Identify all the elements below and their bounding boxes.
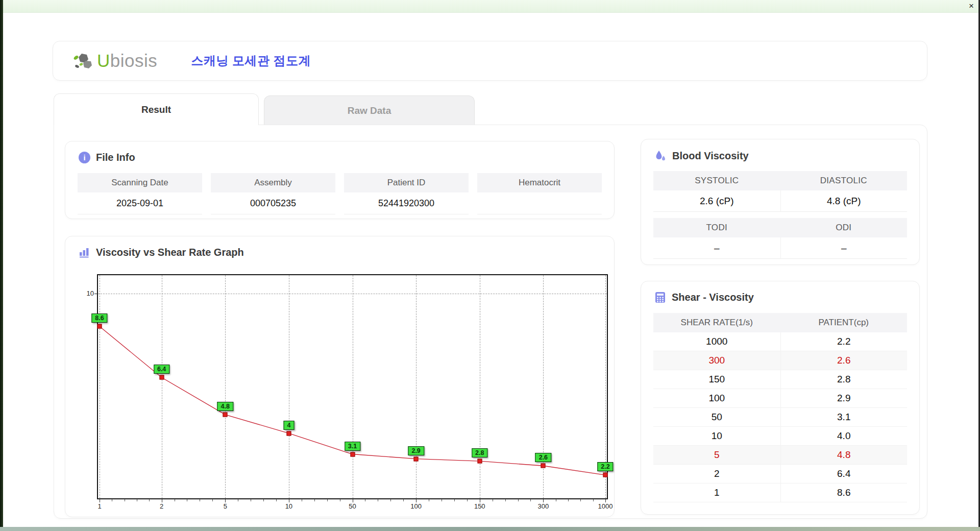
patient-cell: 2.8 — [780, 370, 908, 389]
shear-rate-cell: 1 — [653, 484, 780, 502]
x-minor-tick — [263, 499, 264, 501]
shear-viscosity-title: Shear - Viscosity — [672, 292, 754, 303]
app-window: × Ubiosis 스캐닝 모세관 점도계 Result Raw Data i … — [0, 0, 980, 531]
patient-column-header: PATIENT(cp) — [780, 313, 908, 332]
shear-rate-cell: 50 — [653, 408, 780, 426]
table-row: 54.8 — [653, 446, 907, 465]
x-tick-label: 300 — [538, 502, 549, 510]
close-icon[interactable]: × — [969, 1, 974, 12]
x-tick-label: 100 — [410, 502, 422, 510]
x-minor-tick — [314, 499, 315, 501]
todi-value: – — [653, 237, 780, 259]
table-row: 104.0 — [653, 427, 907, 446]
x-minor-tick — [580, 499, 581, 501]
x-minor-tick — [137, 499, 137, 501]
file-info-grid: Scanning Date 2025-09-01 Assembly 000705… — [78, 173, 602, 214]
x-minor-tick — [378, 499, 378, 501]
blood-viscosity-card: Blood Viscosity SYSTOLIC DIASTOLIC 2.6 (… — [641, 139, 920, 265]
x-minor-tick — [112, 499, 112, 501]
data-point-label: 4 — [283, 421, 294, 430]
odi-header: ODI — [780, 218, 908, 237]
data-point-marker — [159, 375, 164, 380]
ubiosis-logo-icon — [72, 51, 95, 71]
x-tick-label: 2 — [160, 502, 163, 510]
systolic-header: SYSTOLIC — [653, 171, 780, 190]
x-minor-tick — [530, 499, 531, 501]
x-tick-label: 5 — [224, 502, 227, 510]
shear-rate-cell: 150 — [653, 370, 780, 389]
droplets-icon — [654, 150, 667, 162]
file-info-title: File Info — [96, 152, 135, 163]
data-point-label: 8.6 — [91, 313, 107, 323]
x-minor-tick — [149, 499, 150, 501]
x-minor-tick — [187, 499, 187, 501]
data-point-marker — [541, 464, 546, 468]
bar-chart-icon — [79, 247, 90, 258]
data-point-label: 2.2 — [597, 462, 613, 471]
patient-cell: 4.0 — [780, 427, 908, 445]
x-minor-tick — [238, 499, 238, 501]
shear-rate-cell: 300 — [653, 351, 780, 370]
table-row: 3002.6 — [653, 351, 907, 370]
file-info-field-label: Scanning Date — [78, 173, 202, 192]
shear-viscosity-card: Shear - Viscosity SHEAR RATE(1/s) PATIEN… — [641, 281, 920, 515]
file-info-field-value: 52441920300 — [344, 192, 469, 214]
shear-table-header: SHEAR RATE(1/s) PATIENT(cp) — [653, 313, 907, 332]
window-titlebar: × — [3, 0, 980, 13]
shear-rate-cell: 1000 — [653, 332, 780, 351]
file-info-field-label: Patient ID — [344, 173, 469, 192]
y-tick-label: 10 — [81, 289, 94, 297]
table-row: 1502.8 — [653, 370, 907, 389]
diastolic-value: 4.8 (cP) — [780, 190, 908, 212]
x-minor-tick — [302, 499, 302, 501]
window-left-border — [0, 0, 3, 527]
table-row: 1002.9 — [653, 389, 907, 408]
x-minor-tick — [493, 499, 493, 501]
data-point-marker — [223, 413, 228, 417]
file-info-field: Patient ID 52441920300 — [344, 173, 469, 214]
data-point-label: 2.9 — [408, 446, 424, 455]
file-info-field: Hematocrit — [477, 173, 602, 214]
x-minor-tick — [276, 499, 277, 501]
file-info-card: i File Info Scanning Date 2025-09-01 Ass… — [65, 141, 615, 219]
shear-rate-cell: 100 — [653, 389, 780, 407]
shear-rate-cell: 10 — [653, 427, 780, 445]
data-point-marker — [350, 452, 355, 456]
x-tick-label: 50 — [349, 502, 356, 510]
header-card: Ubiosis 스캐닝 모세관 점도계 — [53, 41, 927, 81]
patient-cell: 6.4 — [780, 465, 908, 483]
odi-value: – — [780, 237, 908, 259]
data-point-label: 3.1 — [345, 442, 360, 451]
data-point-label: 6.4 — [154, 365, 169, 374]
systolic-value: 2.6 (cP) — [653, 190, 780, 212]
info-icon: i — [79, 152, 90, 163]
shear-rate-cell: 5 — [653, 446, 780, 464]
graph-title: Viscosity vs Shear Rate Graph — [96, 247, 244, 258]
viscosity-graph-card: Viscosity vs Shear Rate Graph 108.66.44.… — [65, 236, 615, 517]
x-minor-tick — [467, 499, 468, 501]
x-minor-tick — [403, 499, 404, 501]
file-info-field-value: 2025-09-01 — [78, 192, 202, 214]
data-point-marker — [286, 431, 291, 436]
x-minor-tick — [390, 499, 391, 501]
x-minor-tick — [556, 499, 556, 501]
window-bottom-border — [0, 527, 980, 531]
patient-cell: 3.1 — [780, 408, 908, 426]
x-minor-tick — [200, 499, 200, 501]
blood-viscosity-title: Blood Viscosity — [672, 150, 749, 162]
patient-cell: 2.2 — [780, 332, 908, 351]
x-minor-tick — [454, 499, 455, 501]
file-info-field: Scanning Date 2025-09-01 — [78, 173, 202, 214]
x-minor-tick — [125, 499, 125, 501]
x-minor-tick — [429, 499, 429, 501]
x-minor-tick — [212, 499, 213, 501]
tab-result[interactable]: Result — [54, 93, 259, 125]
page-title: 스캐닝 모세관 점도계 — [191, 53, 311, 69]
shear-rate-cell: 2 — [653, 465, 780, 483]
file-info-field-value — [477, 192, 602, 214]
viscosity-line-series — [98, 275, 607, 498]
data-point-marker — [603, 473, 608, 477]
tab-raw-data[interactable]: Raw Data — [264, 95, 475, 125]
file-info-field-label: Assembly — [211, 173, 335, 192]
chart-plot-area: 108.66.44.843.12.92.82.62.2 — [97, 274, 608, 499]
